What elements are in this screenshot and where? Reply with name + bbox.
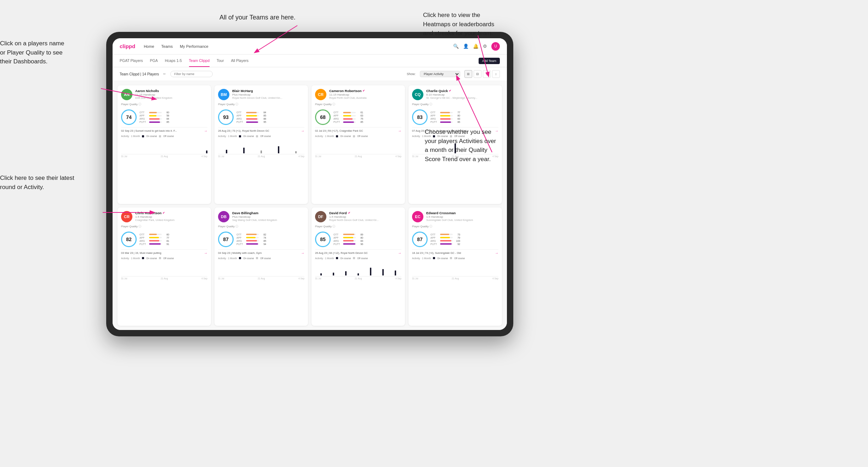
player-card[interactable]: DF David Ford ✔ 1-5 Handicap Royal North… [312,207,405,326]
last-round[interactable]: 26 Aug 23 | 73 (+1), Royal North Devon G… [218,127,304,133]
player-name[interactable]: Cameron Robertson ✔ [329,89,401,93]
player-card[interactable]: AN Aaron Nicholls 11-15 Handicap Drift G… [118,85,211,204]
chart-dates: 31 Jul 21 Aug 4 Sep [121,155,207,158]
off-course-legend [256,135,258,137]
quality-circle[interactable]: 87 [412,232,428,247]
tab-team-clippd[interactable]: Team Clippd [189,58,210,67]
tablet-screen: clippd Home Teams My Performance 🔍 👤 🔔 ⚙… [113,38,507,330]
tab-hcaps[interactable]: Hcaps 1-5 [165,58,182,67]
player-avatar[interactable]: CR [315,89,326,100]
tab-tour[interactable]: Tour [217,58,224,67]
player-name[interactable]: David Ford ✔ [329,211,401,215]
player-handicap: Plus Handicap [232,215,304,218]
last-round[interactable]: 02 Sep 23 | Sunset round to get back int… [121,127,207,133]
last-round[interactable]: 18 Jul 23 | 74 (+4), Sunningdale GC - Ol… [412,249,498,255]
player-name[interactable]: Charlie Quick ✔ [426,89,498,93]
player-avatar[interactable]: AN [121,89,132,100]
on-course-legend [239,257,241,259]
last-round[interactable]: 02 Jul 23 | 59 (+17), Craigmillar Park G… [315,127,401,133]
last-round-text: 18 Jul 23 | 74 (+4), Sunningdale GC - Ol… [412,251,461,255]
quality-section: 82 OTT 60 APP 77 ARG 81 PUTT [121,232,207,247]
quality-circle[interactable]: 83 [412,109,428,125]
add-team-button[interactable]: Add Team [479,58,500,64]
navbar: clippd Home Teams My Performance 🔍 👤 🔔 ⚙… [113,38,507,55]
verified-icon: ✔ [348,211,350,215]
activity-section: Activity · 1 Month On course Off course … [315,257,401,280]
quality-circle[interactable]: 87 [218,232,234,247]
last-round-arrow[interactable]: → [398,251,401,255]
user-avatar[interactable]: U [491,42,500,51]
stat-row-arg: ARG 103 [430,240,498,242]
quality-circle[interactable]: 82 [121,232,137,247]
bell-icon[interactable]: 🔔 [473,44,479,49]
filter-input[interactable] [170,71,213,77]
annotation-all-teams: All of your Teams are here. [219,13,296,22]
chart-area [121,138,207,154]
grid-view-button[interactable]: ⊞ [464,70,472,78]
player-name[interactable]: Chris Robertson ✔ [135,211,207,215]
player-card[interactable]: CR Chris Robertson ✔ 1-5 Handicap Craigm… [118,207,211,326]
last-round[interactable]: 26 Aug 23 | 84 (+12), Royal North Devon … [315,249,401,255]
search-icon[interactable]: 🔍 [453,44,459,49]
app-logo[interactable]: clippd [120,43,135,49]
player-name[interactable]: Dave Billingham [232,211,304,215]
player-card[interactable]: EC Edward Crossman 1-5 Handicap Sunningd… [409,207,502,326]
player-avatar[interactable]: BM [218,89,229,100]
nav-home[interactable]: Home [144,44,154,49]
last-round-arrow[interactable]: → [301,251,304,255]
last-round-arrow[interactable]: → [204,251,207,255]
player-avatar[interactable]: CQ [412,89,423,100]
activity-section: Activity · 1 Month On course Off course … [121,257,207,280]
nav-my-performance[interactable]: My Performance [180,44,209,49]
stat-row-putt: PUTT 85 [139,121,207,123]
player-name[interactable]: Aaron Nicholls [135,89,207,93]
player-card[interactable]: BM Blair McHarg Plus Handicap Royal Nort… [215,85,308,204]
player-avatar[interactable]: CR [121,211,132,222]
last-round[interactable]: 03 Mar 23 | 19, Must make putting → [121,249,207,255]
stat-row-putt: PUTT 96 [333,243,401,245]
player-name[interactable]: Blair McHarg [232,89,304,93]
compact-view-button[interactable]: ⊟ [474,70,481,78]
quality-circle[interactable]: 68 [315,109,331,125]
activity-section: Activity · 1 Month On course Off course … [412,257,498,280]
quality-circle[interactable]: 93 [218,109,234,125]
nav-teams[interactable]: Teams [161,44,173,49]
quality-section: 83 OTT 77 APP 80 ARG 83 PUTT [412,109,498,125]
quality-circle[interactable]: 74 [121,109,137,125]
last-round[interactable]: 04 Sep 23 | Mobility with coach, Gym → [218,249,304,255]
filter-button[interactable]: ▽ [483,70,491,78]
profile-icon[interactable]: 👤 [463,44,469,49]
show-select[interactable]: Player Activity Quality Score Trend [420,71,460,77]
stat-row-arg: ARG 83 [430,118,498,120]
on-course-legend [142,135,144,137]
tab-pgat-players[interactable]: PGAT Players [120,58,143,67]
last-round-arrow[interactable]: → [398,129,401,133]
player-avatar[interactable]: EC [412,211,423,222]
on-course-legend [239,135,241,137]
settings-icon[interactable]: ⚙ [483,44,487,49]
tab-pga[interactable]: PGA [150,58,158,67]
player-card[interactable]: CR Cameron Robertson ✔ 11-15 Handicap Ro… [312,85,405,204]
stat-row-arg: ARG 85 [236,240,304,242]
player-card[interactable]: DB Dave Billingham Plus Handicap Sag Mai… [215,207,308,326]
last-round-arrow[interactable]: → [495,251,498,255]
chart-dates: 31 Jul 21 Aug 4 Sep [218,277,304,280]
stat-row-putt: PUTT 95 [236,121,304,123]
activity-label: Activity · 1 Month On course Off course [315,257,401,260]
chart-area [218,261,304,277]
stat-row-arg: ARG 88 [236,118,304,120]
last-round-arrow[interactable]: → [301,129,304,133]
player-name[interactable]: Edward Crossman [426,211,498,215]
player-avatar[interactable]: DB [218,211,229,222]
view-toggle: ⊞ ⊟ ▽ ↕ [464,70,500,78]
sort-button[interactable]: ↕ [492,70,500,78]
tab-all-players[interactable]: All Players [231,58,249,67]
off-course-legend [450,257,452,259]
last-round-arrow[interactable]: → [204,129,207,133]
quality-label: Player Quality ⓘ [412,224,498,228]
stat-row-putt: PUTT 94 [236,243,304,245]
player-avatar[interactable]: DF [315,211,326,222]
edit-icon[interactable]: ✏ [163,72,166,76]
activity-section: Activity · 1 Month On course Off course … [218,257,304,280]
quality-circle[interactable]: 85 [315,232,331,247]
